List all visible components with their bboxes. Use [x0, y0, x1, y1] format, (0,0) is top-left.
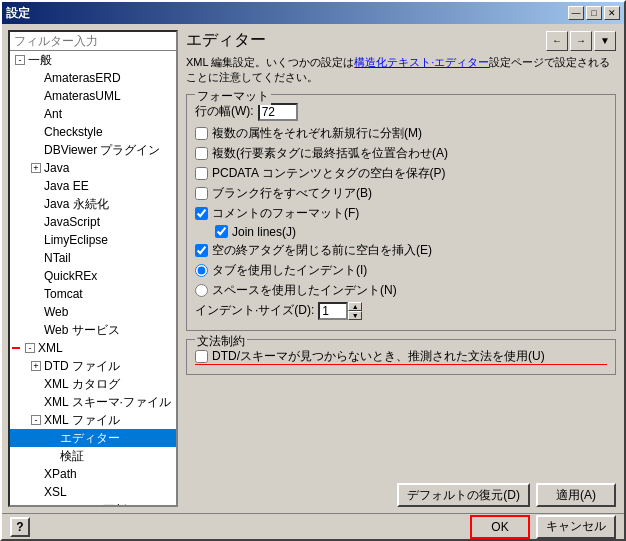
cb6-label: 空の終アタグを閉じる前に空白を挿入(E) [212, 242, 432, 259]
line-width-input[interactable] [258, 103, 298, 121]
rb2-label: スペースを使用したインデント(N) [212, 282, 397, 299]
cancel-button[interactable]: キャンセル [536, 515, 616, 539]
nav-buttons: ← → ▼ [546, 31, 616, 51]
expand-java[interactable]: + [28, 160, 44, 176]
right-panel: エディター ← → ▼ XML 編集設定。いくつかの設定は構造化テキスト·エディ… [178, 24, 624, 513]
cb5-indent-row: Join lines(J) [195, 225, 607, 239]
tree-item-javafreeze[interactable]: Java 永続化 [10, 195, 176, 213]
default-button[interactable]: デフォルトの復元(D) [397, 483, 530, 507]
expand-general[interactable]: - [12, 52, 28, 68]
cb3-label: PCDATA コンテンツとタグの空白を保存(P) [212, 165, 446, 182]
left-panel: - 一般 AmaterasERD AmaterasUML Ant [8, 30, 178, 507]
format-group: フォーマット 行の幅(W): 複数の属性をそれぞれ新規行に分割(M) 複数(行要… [186, 94, 616, 331]
main-window: 設定 — □ ✕ - 一般 AmaterasERD [0, 0, 626, 541]
tree-item-tomcat[interactable]: Tomcat [10, 285, 176, 303]
indent-spinner: ▲ ▼ [318, 302, 362, 320]
tree-item-xpath[interactable]: XPath [10, 465, 176, 483]
cb2-checkbox[interactable] [195, 147, 208, 160]
join-lines-checkbox[interactable] [215, 225, 228, 238]
cb4-label: ブランク行をすべてクリア(B) [212, 185, 372, 202]
tree-item-xmlfile[interactable]: - XML ファイル [10, 411, 176, 429]
tree-item-ant[interactable]: Ant [10, 105, 176, 123]
tree-item-install[interactable]: インストール/更新 [10, 501, 176, 505]
cb4-row: ブランク行をすべてクリア(B) [195, 185, 607, 202]
cb2-label: 複数(行要素タグに最終括弧を位置合わせ(A) [212, 145, 448, 162]
cb5-checkbox[interactable] [195, 207, 208, 220]
title-bar: 設定 — □ ✕ [2, 2, 624, 24]
tree-item-xsl[interactable]: XSL [10, 483, 176, 501]
tree-item-checkstyle[interactable]: Checkstyle [10, 123, 176, 141]
tree-item-dbviewer[interactable]: DBViewer プラグイン [10, 141, 176, 159]
tree-item-java[interactable]: + Java [10, 159, 176, 177]
content-area: - 一般 AmaterasERD AmaterasUML Ant [2, 24, 624, 513]
tree-item-ntail[interactable]: NTail [10, 249, 176, 267]
tree-item-web[interactable]: Web [10, 303, 176, 321]
cb3-row: PCDATA コンテンツとタグの空白を保存(P) [195, 165, 607, 182]
description-text: XML 編集設定。いくつかの設定は構造化テキスト·エディター設定ページで設定され… [186, 55, 616, 86]
tree-item-limyeclipse[interactable]: LimyEclipse [10, 231, 176, 249]
line-width-row: 行の幅(W): [195, 103, 607, 121]
tree-item-javascript[interactable]: JavaScript [10, 213, 176, 231]
nav-back-button[interactable]: ← [546, 31, 568, 51]
bottom-buttons: デフォルトの復元(D) 適用(A) [186, 479, 616, 507]
panel-title: エディター [186, 30, 266, 51]
format-group-title: フォーマット [195, 88, 271, 105]
cb6-checkbox[interactable] [195, 244, 208, 257]
line-width-label: 行の幅(W): [195, 103, 254, 120]
expand-xml[interactable]: - [22, 340, 38, 356]
cb6-row: 空の終アタグを閉じる前に空白を挿入(E) [195, 242, 607, 259]
tree-item-xmlschema[interactable]: XML スキーマ·ファイル [10, 393, 176, 411]
tree-item-quickrex[interactable]: QuickREx [10, 267, 176, 285]
expand-xmlfile[interactable]: - [28, 412, 44, 428]
tree-item-amateraserd[interactable]: AmaterasERD [10, 69, 176, 87]
spinner-down-button[interactable]: ▼ [348, 311, 362, 320]
tree-item-xml[interactable]: - XML [10, 339, 176, 357]
minimize-button[interactable]: — [568, 6, 584, 20]
help-button[interactable]: ? [10, 517, 30, 537]
tree-item-webservice[interactable]: Web サービス [10, 321, 176, 339]
expand-dtd[interactable]: + [28, 358, 44, 374]
dialog-buttons: OK キャンセル [470, 515, 616, 539]
rb2-row: スペースを使用したインデント(N) [195, 282, 607, 299]
nav-dropdown-button[interactable]: ▼ [594, 31, 616, 51]
tab-indent-radio[interactable] [195, 264, 208, 277]
indent-size-input[interactable] [318, 302, 348, 320]
cb1-label: 複数の属性をそれぞれ新規行に分割(M) [212, 125, 422, 142]
spinner-buttons: ▲ ▼ [348, 302, 362, 320]
tree-item-validation[interactable]: 検証 [10, 447, 176, 465]
tree-item-javaee[interactable]: Java EE [10, 177, 176, 195]
apply-button[interactable]: 適用(A) [536, 483, 616, 507]
structured-editor-link[interactable]: 構造化テキスト·エディター [354, 56, 489, 68]
syntax-cb1-label: DTD/スキーマが見つからないとき、推測された文法を使用(U) [212, 348, 545, 365]
cb5-label: コメントのフォーマット(F) [212, 205, 359, 222]
close-button[interactable]: ✕ [604, 6, 620, 20]
panel-header: エディター ← → ▼ [186, 30, 616, 51]
maximize-button[interactable]: □ [586, 6, 602, 20]
title-bar-buttons: — □ ✕ [568, 6, 620, 20]
cb1-row: 複数の属性をそれぞれ新規行に分割(M) [195, 125, 607, 142]
indent-size-row: インデント·サイズ(D): ▲ ▼ [195, 302, 607, 320]
tree-item-general[interactable]: - 一般 [10, 51, 176, 69]
nav-forward-button[interactable]: → [570, 31, 592, 51]
tree-area: - 一般 AmaterasERD AmaterasUML Ant [10, 51, 176, 505]
cb5-row: コメントのフォーマット(F) [195, 205, 607, 222]
tree-item-amaterasuml[interactable]: AmaterasUML [10, 87, 176, 105]
indent-size-label: インデント·サイズ(D): [195, 302, 314, 319]
window-title: 設定 [6, 5, 30, 22]
cb2-row: 複数(行要素タグに最終括弧を位置合わせ(A) [195, 145, 607, 162]
syntax-cb1-row: DTD/スキーマが見つからないとき、推測された文法を使用(U) [195, 348, 607, 365]
tree-item-editor[interactable]: エディター [10, 429, 176, 447]
cb3-checkbox[interactable] [195, 167, 208, 180]
join-lines-label: Join lines(J) [232, 225, 296, 239]
space-indent-radio[interactable] [195, 284, 208, 297]
tree-item-xmlcatalog[interactable]: XML カタログ [10, 375, 176, 393]
filter-input[interactable] [10, 32, 176, 51]
ok-button[interactable]: OK [470, 515, 530, 539]
status-bar: ? OK キャンセル [2, 513, 624, 539]
syntax-group: 文法制約 DTD/スキーマが見つからないとき、推測された文法を使用(U) [186, 339, 616, 375]
cb4-checkbox[interactable] [195, 187, 208, 200]
tree-item-dtdfile[interactable]: + DTD ファイル [10, 357, 176, 375]
cb1-checkbox[interactable] [195, 127, 208, 140]
spinner-up-button[interactable]: ▲ [348, 302, 362, 311]
syntax-cb1-checkbox[interactable] [195, 350, 208, 363]
